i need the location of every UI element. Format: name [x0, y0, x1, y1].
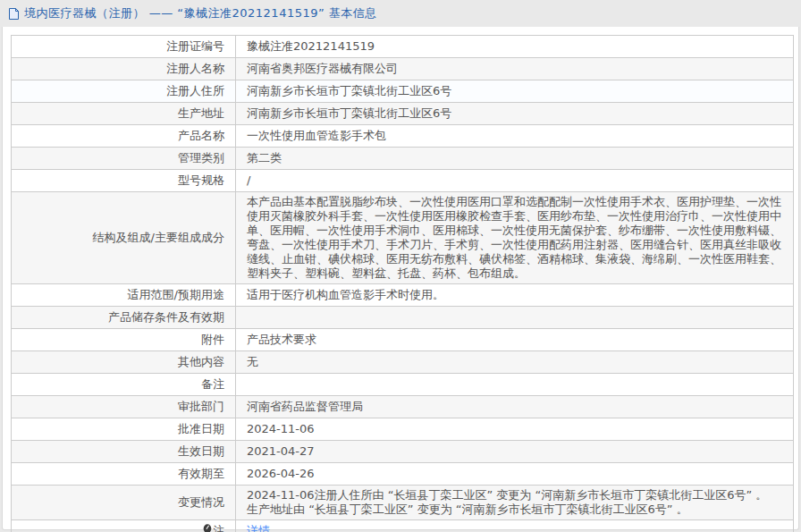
row-label: 有效期至: [12, 463, 236, 486]
row-value-text: 第二类: [247, 151, 282, 165]
table-row: 有效期至2026-04-26: [12, 463, 794, 486]
row-value-line: 生产地址由 “长垣县丁栾工业区” 变更为 “河南新乡市长垣市丁栾镇北街工业区6号…: [247, 502, 782, 517]
row-label-text: 有效期至: [178, 467, 224, 480]
row-label: 变更情况: [12, 486, 236, 520]
table-row: 型号规格/: [12, 170, 794, 192]
row-label: 注册人住所: [12, 80, 236, 103]
row-value: 2021-04-27: [236, 441, 794, 463]
row-value: 2024-11-06: [236, 418, 794, 441]
row-value-text: 河南新乡市长垣市丁栾镇北街工业区6号: [247, 84, 451, 97]
row-value-text: /: [247, 173, 250, 187]
row-label: 注册人名称: [12, 58, 236, 80]
table-row: 注册证编号豫械注准20212141519: [12, 36, 794, 58]
row-value-text: 产品技术要求: [247, 333, 316, 346]
row-label-text: 结构及组成/主要组成成分: [93, 231, 224, 244]
row-value: 河南新乡市长垣市丁栾镇北街工业区6号: [236, 80, 794, 103]
row-label-text: 变更情况: [178, 495, 224, 509]
table-row: 注详情: [12, 520, 794, 532]
row-label: 产品名称: [12, 125, 236, 148]
row-value-line: 2024-11-06注册人住所由 “长垣县丁栾工业区” 变更为 “河南新乡市长垣…: [247, 488, 782, 502]
row-label-text: 管理类别: [178, 151, 224, 165]
row-value-text: 本产品由基本配置脱脂纱布块、一次性使用医用口罩和选配配制一次性使用手术衣、医用护…: [247, 195, 781, 280]
row-label-text: 生效日期: [178, 444, 224, 458]
row-label-text: 型号规格: [178, 173, 224, 187]
row-value-text: 2026-04-26: [247, 467, 315, 480]
table-row: 备注: [12, 374, 794, 396]
row-value: 本产品由基本配置脱脂纱布块、一次性使用医用口罩和选配配制一次性使用手术衣、医用护…: [236, 192, 794, 284]
row-label-text: 审批部门: [178, 400, 224, 413]
row-label-text: 产品名称: [178, 129, 224, 142]
row-value: 第二类: [236, 148, 794, 170]
table-row: 注册人住所河南新乡市长垣市丁栾镇北街工业区6号: [12, 80, 794, 103]
table-row: 生产地址河南新乡市长垣市丁栾镇北街工业区6号: [12, 103, 794, 125]
row-value-text: 2024-11-06: [247, 422, 315, 435]
row-value-text: 一次性使用血管造影手术包: [247, 129, 386, 142]
row-label-text: 其他内容: [178, 355, 224, 368]
document-icon: [8, 7, 20, 21]
row-value-text: 无: [247, 355, 258, 368]
row-label: 产品储存条件及有效期: [12, 307, 236, 329]
row-value: 详情: [236, 520, 794, 532]
table-row: 附件产品技术要求: [12, 329, 794, 351]
row-value: 一次性使用血管造影手术包: [236, 125, 794, 148]
table-row: 管理类别第二类: [12, 148, 794, 170]
row-value: 无: [236, 351, 794, 374]
row-value-text: 河南新乡市长垣市丁栾镇北街工业区6号: [247, 106, 451, 120]
row-value-text: 河南省药品监督管理局: [247, 400, 363, 413]
table-row: 生效日期2021-04-27: [12, 441, 794, 463]
row-value: 豫械注准20212141519: [236, 36, 794, 58]
table-row: 产品名称一次性使用血管造影手术包: [12, 125, 794, 148]
table-row: 批准日期2024-11-06: [12, 418, 794, 441]
table-row: 适用范围/预期用途适用于医疗机构血管造影手术时使用。: [12, 284, 794, 307]
row-value-text: 2021-04-27: [247, 444, 315, 458]
row-value: 河南省药品监督管理局: [236, 396, 794, 418]
row-label-text: 注册人住所: [166, 84, 224, 97]
row-label-text: 注册证编号: [166, 39, 224, 53]
row-label-text: 注: [213, 524, 224, 532]
table-row: 其他内容无: [12, 351, 794, 374]
details-link[interactable]: 详情: [247, 524, 270, 532]
row-value: /: [236, 170, 794, 192]
row-value-text: 河南省奥邦医疗器械有限公司: [247, 62, 398, 75]
row-value: [236, 307, 794, 329]
page-header: 境内医疗器械（注册） —— “豫械注准20212141519” 基本信息: [0, 0, 801, 27]
page-title: 境内医疗器械（注册） —— “豫械注准20212141519” 基本信息: [24, 5, 377, 21]
row-label: 管理类别: [12, 148, 236, 170]
row-label-text: 批准日期: [178, 422, 224, 435]
note-icon: [203, 524, 212, 532]
row-label: 审批部门: [12, 396, 236, 418]
row-value-text: 适用于医疗机构血管造影手术时使用。: [247, 288, 444, 301]
row-value: 河南省奥邦医疗器械有限公司: [236, 58, 794, 80]
row-label: 适用范围/预期用途: [12, 284, 236, 307]
row-label: 注册证编号: [12, 36, 236, 58]
table-row: 注册人名称河南省奥邦医疗器械有限公司: [12, 58, 794, 80]
row-label-text: 适用范围/预期用途: [128, 288, 224, 301]
registration-info-table: 注册证编号豫械注准20212141519注册人名称河南省奥邦医疗器械有限公司注册…: [11, 35, 794, 532]
row-label-text: 生产地址: [178, 106, 224, 120]
row-value: 产品技术要求: [236, 329, 794, 351]
row-value: 河南新乡市长垣市丁栾镇北街工业区6号: [236, 103, 794, 125]
row-label-text: 注册人名称: [166, 62, 224, 75]
table-row: 审批部门河南省药品监督管理局: [12, 396, 794, 418]
row-value: [236, 374, 794, 396]
table-row: 产品储存条件及有效期: [12, 307, 794, 329]
row-label: 其他内容: [12, 351, 236, 374]
row-value-text: 豫械注准20212141519: [247, 39, 375, 53]
row-value: 2024-11-06注册人住所由 “长垣县丁栾工业区” 变更为 “河南新乡市长垣…: [236, 486, 794, 520]
row-label-text: 产品储存条件及有效期: [108, 310, 224, 324]
row-label-text: 备注: [201, 377, 224, 391]
row-label: 生产地址: [12, 103, 236, 125]
row-label: 注: [12, 520, 236, 532]
table-row: 结构及组成/主要组成成分本产品由基本配置脱脂纱布块、一次性使用医用口罩和选配配制…: [12, 192, 794, 284]
row-label: 结构及组成/主要组成成分: [12, 192, 236, 284]
table-row: 变更情况2024-11-06注册人住所由 “长垣县丁栾工业区” 变更为 “河南新…: [12, 486, 794, 520]
row-label: 批准日期: [12, 418, 236, 441]
row-label: 生效日期: [12, 441, 236, 463]
row-value: 适用于医疗机构血管造影手术时使用。: [236, 284, 794, 307]
row-label-text: 附件: [201, 333, 224, 346]
row-label: 附件: [12, 329, 236, 351]
content-panel: 注册证编号豫械注准20212141519注册人名称河南省奥邦医疗器械有限公司注册…: [2, 27, 799, 530]
row-label: 备注: [12, 374, 236, 396]
row-value: 2026-04-26: [236, 463, 794, 486]
row-label: 型号规格: [12, 170, 236, 192]
